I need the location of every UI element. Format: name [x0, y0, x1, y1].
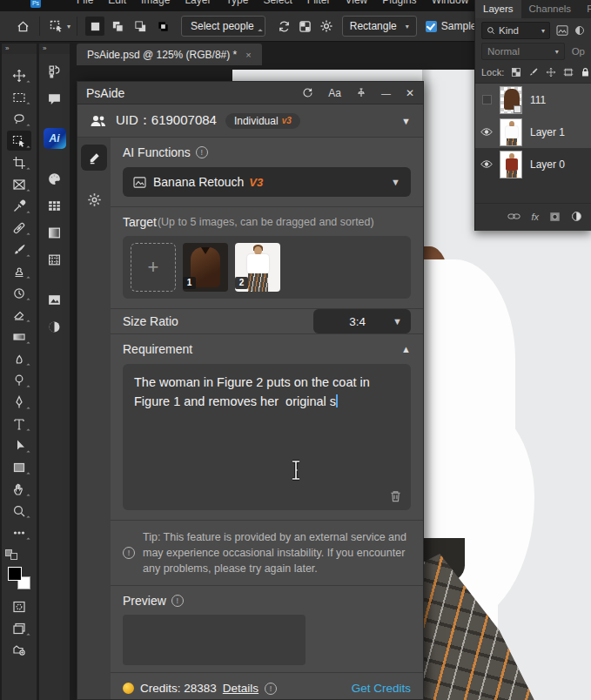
text-size-icon[interactable]: Aa: [328, 87, 341, 99]
menu-plugins[interactable]: Plugins: [382, 0, 416, 6]
subtract-selection-mode-icon[interactable]: [131, 17, 150, 36]
type-tool[interactable]: [7, 414, 31, 434]
libraries-panel-icon[interactable]: [44, 289, 66, 310]
menu-filter[interactable]: Filter: [307, 0, 331, 6]
refresh-icon[interactable]: [274, 16, 295, 37]
chevron-down-icon[interactable]: ▼: [401, 116, 411, 126]
quick-mask-icon[interactable]: [7, 596, 31, 616]
visibility-toggle[interactable]: [480, 128, 493, 136]
filter-image-icon[interactable]: [556, 25, 568, 36]
grid-panel-icon[interactable]: [44, 195, 66, 216]
move-tool[interactable]: [7, 65, 31, 85]
shape-mode-dropdown[interactable]: Rectangle▾: [342, 16, 417, 37]
gradients-panel-icon[interactable]: [44, 222, 66, 243]
psaide-plugin-icon[interactable]: Ai: [44, 128, 66, 149]
document-tab[interactable]: PsAide.psd @ 125% (RGB/8#) * ×: [77, 44, 262, 65]
menu-edit[interactable]: Edit: [108, 0, 126, 6]
menu-window[interactable]: Window: [432, 0, 469, 6]
target-image-1[interactable]: 1: [183, 243, 228, 292]
healing-brush-tool[interactable]: [7, 218, 31, 238]
blend-mode-dropdown[interactable]: Normal ▾: [481, 43, 565, 60]
close-tab-icon[interactable]: ×: [245, 50, 251, 60]
info-icon[interactable]: !: [265, 683, 277, 695]
lock-position-icon[interactable]: [546, 67, 556, 77]
lock-transparency-icon[interactable]: [511, 67, 521, 77]
close-icon[interactable]: ✕: [406, 87, 414, 99]
gear-icon[interactable]: [316, 16, 337, 37]
zoom-tool[interactable]: [7, 501, 31, 521]
refresh-icon[interactable]: [302, 87, 313, 98]
history-brush-tool[interactable]: [7, 283, 31, 303]
adjustments-panel-icon[interactable]: [44, 316, 66, 337]
comments-panel-icon[interactable]: [44, 88, 66, 109]
layer-name[interactable]: Layer 0: [530, 158, 565, 171]
menu-file[interactable]: File: [77, 0, 93, 6]
eraser-tool[interactable]: [7, 305, 31, 325]
brush-tool[interactable]: [7, 239, 31, 259]
path-selection-tool[interactable]: [7, 435, 31, 455]
layer-thumbnail[interactable]: [500, 151, 522, 178]
new-selection-mode-icon[interactable]: [85, 17, 104, 36]
adjustment-layer-icon[interactable]: [571, 211, 582, 222]
settings-tab-icon[interactable]: [81, 186, 107, 212]
menu-view[interactable]: View: [345, 0, 367, 6]
chevron-up-icon[interactable]: ▲: [401, 344, 411, 354]
lock-all-icon[interactable]: [581, 67, 590, 77]
menu-layer[interactable]: Layer: [185, 0, 211, 6]
layer-name[interactable]: 111: [530, 94, 546, 106]
tab-channels[interactable]: Channels: [521, 0, 580, 18]
lasso-tool[interactable]: [7, 109, 31, 129]
refine-mode-icon[interactable]: [295, 16, 316, 37]
swatches-panel-icon[interactable]: [44, 168, 66, 189]
visibility-toggle[interactable]: [480, 160, 493, 168]
frame-tool[interactable]: [7, 174, 31, 194]
layer-row-layer1[interactable]: Layer 1: [475, 116, 591, 148]
tool-preset-chevron[interactable]: ▾: [67, 23, 71, 30]
foreground-background-swatches[interactable]: [8, 567, 30, 589]
link-layers-icon[interactable]: [507, 212, 520, 221]
eyedropper-tool[interactable]: [7, 196, 31, 216]
swap-colors-icon[interactable]: [5, 549, 17, 560]
get-credits-link[interactable]: Get Credits: [352, 682, 411, 695]
layer-row-layer0[interactable]: Layer 0: [475, 148, 591, 180]
details-link[interactable]: Details: [223, 682, 259, 695]
clear-text-icon[interactable]: [389, 489, 402, 503]
rectangular-marquee-tool[interactable]: [7, 87, 31, 107]
menu-image[interactable]: Image: [141, 0, 170, 6]
sample-all-layers-checkbox[interactable]: [426, 21, 437, 32]
tools-collapse-header[interactable]: »: [2, 44, 37, 54]
history-panel-icon[interactable]: [44, 61, 66, 82]
patterns-panel-icon[interactable]: [44, 249, 66, 270]
home-icon[interactable]: [12, 16, 33, 37]
layer-row-111[interactable]: 111: [475, 84, 591, 116]
more-tools[interactable]: [7, 522, 31, 542]
edit-tab-icon[interactable]: [81, 145, 107, 171]
info-icon[interactable]: !: [196, 146, 208, 158]
select-people-button[interactable]: Select people: [181, 16, 265, 37]
dodge-tool[interactable]: [7, 370, 31, 390]
account-row[interactable]: UID：619007084 Individual v3 ▼: [77, 104, 423, 138]
psaide-titlebar[interactable]: PsAide Aa — ✕: [77, 82, 423, 104]
layer-thumbnail[interactable]: [500, 86, 522, 114]
intersect-selection-mode-icon[interactable]: [153, 17, 172, 36]
menu-type[interactable]: Type: [225, 0, 248, 6]
pen-tool[interactable]: [7, 392, 31, 412]
object-selection-tool-icon[interactable]: [46, 16, 67, 37]
lock-pixels-icon[interactable]: [528, 67, 539, 77]
menu-select[interactable]: Select: [263, 0, 292, 6]
kind-filter-dropdown[interactable]: Kind ▾: [481, 22, 550, 39]
visibility-toggle[interactable]: [480, 95, 493, 104]
add-image-button[interactable]: +: [131, 243, 176, 292]
crop-tool[interactable]: [7, 152, 31, 172]
tab-layers[interactable]: Layers: [475, 0, 521, 18]
tab-paths[interactable]: Pat: [579, 0, 591, 18]
layer-mask-icon[interactable]: [549, 212, 561, 222]
smudge-tool[interactable]: [7, 348, 31, 368]
function-dropdown[interactable]: Banana Retouch V3 ▼: [123, 167, 411, 197]
filter-adjustment-icon[interactable]: [574, 25, 585, 36]
info-icon[interactable]: !: [171, 595, 184, 607]
target-image-2[interactable]: 2: [235, 243, 280, 292]
rectangle-tool[interactable]: [7, 457, 31, 477]
add-selection-mode-icon[interactable]: [108, 17, 127, 36]
layer-thumbnail[interactable]: [500, 118, 522, 146]
